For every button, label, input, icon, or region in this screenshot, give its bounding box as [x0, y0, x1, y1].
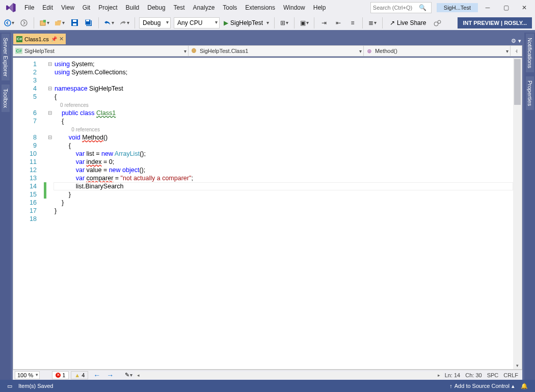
properties-tab[interactable]: Properties [526, 76, 534, 110]
cursor-line: Ln: 14 [445, 372, 461, 378]
back-button[interactable]: ▾ [3, 17, 15, 29]
forward-button[interactable] [18, 17, 30, 29]
start-debug-button[interactable]: ▶SigHelpTest [223, 17, 270, 29]
source-control-button[interactable]: ↑ Add to Source Control ▴ [446, 383, 518, 389]
menu-bar: FileEditViewGitProjectBuildDebugTestAnal… [0, 0, 535, 15]
menu-view[interactable]: View [57, 2, 78, 13]
menu-window[interactable]: Window [279, 2, 309, 13]
svg-rect-6 [73, 23, 76, 25]
server-explorer-tab[interactable]: Server Explorer [2, 34, 10, 80]
right-sidebar: Notifications Properties [524, 33, 535, 380]
menu-file[interactable]: File [20, 2, 38, 13]
pin-icon[interactable]: 📌 [51, 36, 57, 42]
live-share-button[interactable]: ↗Live Share [387, 19, 429, 26]
search-icon: 🔍 [419, 4, 426, 11]
error-next-button[interactable]: → [103, 371, 117, 379]
method-dropdown[interactable]: ◎Method() [364, 46, 511, 56]
config-combo[interactable]: Debug [139, 17, 171, 29]
navigation-bar: C#SigHelpTest 🅒SigHelpTest.Class1 ◎Metho… [13, 45, 522, 57]
csharp-file-icon: C# [16, 36, 22, 42]
outdent-button[interactable]: ⇤ [333, 17, 344, 29]
share-icon: ↗ [390, 19, 395, 26]
cursor-col: Ch: 30 [465, 372, 481, 378]
status-icon: ▭ [4, 383, 15, 389]
preview-badge: INT PREVIEW | ROSLY... [458, 17, 532, 29]
menu-git[interactable]: Git [78, 2, 94, 13]
svg-point-11 [438, 20, 441, 23]
close-button[interactable]: ✕ [516, 2, 533, 14]
file-tab-label: Class1.cs [24, 36, 49, 42]
error-prev-button[interactable]: ← [90, 371, 103, 379]
redo-button[interactable]: ▾ [118, 17, 130, 29]
left-sidebar: Server Explorer Toolbox [0, 33, 11, 380]
new-project-button[interactable]: ▾ [38, 17, 50, 29]
vs-logo-icon [5, 2, 16, 13]
open-button[interactable]: ▾ [54, 17, 66, 29]
toolbox-tab[interactable]: Toolbox [2, 85, 10, 112]
warning-count[interactable]: ▲4 [71, 371, 88, 379]
indent-button[interactable]: ⇥ [318, 17, 330, 29]
horizontal-scrollbar[interactable]: ◂▸ [135, 372, 442, 379]
save-button[interactable] [69, 17, 80, 29]
toolbar-button-1[interactable]: ⊞▾ [279, 17, 290, 29]
error-count[interactable]: ✕1 [52, 371, 69, 379]
menu-edit[interactable]: Edit [38, 2, 57, 13]
project-dropdown[interactable]: C#SigHelpTest [13, 46, 189, 56]
status-message: Item(s) Saved [15, 383, 56, 389]
notifications-tab[interactable]: Notifications [526, 34, 534, 72]
svg-rect-9 [86, 20, 89, 21]
platform-combo[interactable]: Any CPU [174, 17, 220, 29]
split-editor-button[interactable]: ⫞ [511, 46, 522, 56]
pen-button[interactable]: ✎▾ [125, 372, 132, 378]
svg-rect-3 [43, 20, 46, 22]
notifications-bell-icon[interactable]: 🔔 [518, 383, 531, 389]
svg-rect-5 [73, 20, 76, 22]
maximize-button[interactable]: ▢ [497, 2, 515, 14]
search-input[interactable] [373, 5, 419, 11]
indent-mode[interactable]: SPC [487, 372, 499, 378]
svg-point-0 [5, 20, 11, 26]
zoom-combo[interactable]: 100 % [15, 371, 40, 379]
menu-help[interactable]: Help [309, 2, 330, 13]
solution-title: SigH...Test [437, 3, 478, 12]
undo-button[interactable]: ▾ [103, 17, 115, 29]
status-bar: ▭ Item(s) Saved ↑ Add to Source Control … [0, 380, 535, 392]
file-tab-strip: C# Class1.cs 📌 ✕ ⚙ ▾ [11, 33, 524, 44]
vertical-scrollbar[interactable]: ▴ ▾ [513, 58, 522, 369]
format-button[interactable]: ≣▾ [367, 17, 378, 29]
svg-point-1 [21, 20, 27, 26]
menu-extensions[interactable]: Extensions [241, 2, 279, 13]
toolbar-button-2[interactable]: ▣▾ [299, 17, 310, 29]
menu-build[interactable]: Build [122, 2, 144, 13]
class-dropdown[interactable]: 🅒SigHelpTest.Class1 [189, 46, 364, 56]
feedback-button[interactable] [432, 17, 443, 29]
code-editor[interactable]: 123456789101112131415161718 ⊟⊟⊟⊟ using S… [13, 58, 522, 370]
menu-tools[interactable]: Tools [219, 2, 241, 13]
menu-test[interactable]: Test [170, 2, 189, 13]
menu-debug[interactable]: Debug [143, 2, 169, 13]
tab-dropdown-button[interactable]: ▾ [518, 38, 521, 44]
file-tab-class1[interactable]: C# Class1.cs 📌 ✕ [13, 34, 66, 44]
minimize-button[interactable]: ─ [479, 2, 496, 14]
main-toolbar: ▾ ▾ ▾ ▾ ▾ Debug Any CPU ▶SigHelpTest ⊞▾ … [0, 15, 535, 33]
search-box[interactable]: 🔍 [370, 2, 432, 13]
menu-project[interactable]: Project [94, 2, 121, 13]
menu-analyze[interactable]: Analyze [189, 2, 219, 13]
close-tab-icon[interactable]: ✕ [59, 36, 64, 42]
save-all-button[interactable] [83, 17, 94, 29]
tab-overflow-button[interactable]: ⚙ [511, 38, 516, 44]
editor-status-bar: 100 % ✕1 ▲4 ← → ✎▾ ◂▸ Ln: 14 Ch: 30 SPC … [13, 370, 522, 380]
eol-mode[interactable]: CRLF [503, 372, 518, 378]
comment-button[interactable]: ≡ [347, 17, 358, 29]
